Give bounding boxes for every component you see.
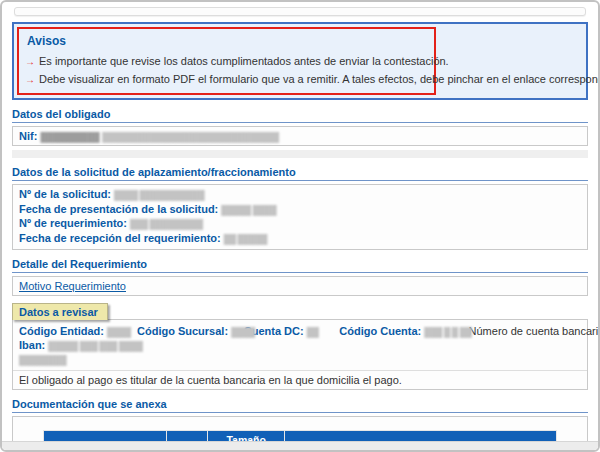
fecha-recepcion-value-redacted: ██ █████ <box>224 234 267 244</box>
cuenta-dc-field: Cuenta DC: ██ <box>244 324 340 339</box>
requerimiento-box: Motivo Requerimiento <box>12 276 588 296</box>
codigo-entidad-value-redacted: ████ <box>107 327 131 337</box>
solicitud-num-value-redacted: ████ ███████████ <box>114 190 204 200</box>
field-row: Fecha de recepción del requerimiento: ██… <box>19 232 581 247</box>
tab-datos-a-revisar: Datos a revisar <box>12 303 108 320</box>
nif-value2-redacted: ██████████████████████████████ <box>102 132 278 142</box>
iban-continuation: ████████ <box>19 353 581 367</box>
section-divider <box>12 150 588 158</box>
fecha-recepcion-label: Fecha de recepción del requerimiento: <box>19 232 221 244</box>
codigo-cuenta-field: Código Cuenta: ███ █ █ ██ <box>339 324 468 339</box>
field-row: Nº de requerimiento: ███ █████████ <box>19 217 581 232</box>
codigo-sucursal-field: Código Sucursal: ████ <box>137 324 244 339</box>
cuenta-dc-value-redacted: ██ <box>307 327 319 337</box>
titularidad-statement: El obligado al pago es titular de la cue… <box>13 370 587 389</box>
solicitud-box: Nº de la solicitud: ████ ███████████ Fec… <box>12 184 588 250</box>
arrow-bullet-icon: → <box>25 56 35 67</box>
datos-revisar-panel: Código Entidad: ████ Código Sucursal: ██… <box>12 319 588 390</box>
nif-value-redacted: ██████████ <box>40 132 99 142</box>
bank-codes-row: Código Entidad: ████ Código Sucursal: ██… <box>19 324 581 339</box>
codigo-sucursal-value-redacted: ████ <box>231 327 255 337</box>
solicitud-num-label: Nº de la solicitud: <box>19 188 111 200</box>
avisos-panel: Avisos →Es importante que revise los dat… <box>12 22 588 100</box>
fecha-presentacion-label: Fecha de presentación de la solicitud: <box>19 203 218 215</box>
avisos-alert-box: Avisos →Es importante que revise los dat… <box>17 27 436 95</box>
nif-box: Nif: ██████████ ████████████████████████… <box>12 126 588 146</box>
window: Avisos →Es importante que revise los dat… <box>0 0 600 452</box>
nif-label: Nif: <box>19 130 37 142</box>
numero-cuenta-bancaria-note: Número de cuenta bancaria: <box>469 324 581 339</box>
arrow-bullet-icon: → <box>25 74 35 85</box>
avisos-title: Avisos <box>27 34 426 48</box>
page-content: Avisos →Es importante que revise los dat… <box>2 7 598 452</box>
codigo-entidad-label: Código Entidad: <box>19 325 104 337</box>
codigo-cuenta-label: Código Cuenta: <box>339 325 421 337</box>
aviso-item: →Es importante que revise los datos cump… <box>25 55 426 68</box>
aviso-text: Debe visualizar en formato PDF el formul… <box>39 73 600 85</box>
requerimiento-num-label: Nº de requerimiento: <box>19 217 127 229</box>
top-scroll-strip <box>14 7 586 16</box>
requerimiento-num-value-redacted: ███ █████████ <box>130 219 203 229</box>
fecha-presentacion-value-redacted: █████ ████ <box>221 205 276 215</box>
iban-value-redacted: █████ ███ ███ ████ <box>48 341 142 351</box>
field-row: Fecha de presentación de la solicitud: █… <box>19 203 581 218</box>
field-row: Nº de la solicitud: ████ ███████████ <box>19 188 581 203</box>
section-title-solicitud: Datos de la solicitud de aplazamiento/fr… <box>12 166 588 181</box>
section-title-requerimiento: Detalle del Requerimiento <box>12 258 588 273</box>
motivo-requerimiento-link[interactable]: Motivo Requerimiento <box>19 280 126 292</box>
aviso-item: →Debe visualizar en formato PDF el formu… <box>25 73 426 86</box>
codigo-sucursal-label: Código Sucursal: <box>137 325 228 337</box>
iban-value2-redacted: ████████ <box>19 355 66 365</box>
section-title-documentacion: Documentación que se anexa <box>12 398 588 413</box>
codigo-entidad-field: Código Entidad: ████ <box>19 324 137 339</box>
aviso-text: Es importante que revise los datos cumpl… <box>39 55 449 67</box>
codigo-cuenta-value-redacted: ███ █ █ ██ <box>424 327 471 337</box>
iban-field: Iban: █████ ███ ███ ████ <box>19 339 581 353</box>
window-footer-strip <box>2 441 598 450</box>
section-title-datos-obligado: Datos del obligado <box>12 108 588 123</box>
iban-label: Iban: <box>19 339 45 351</box>
